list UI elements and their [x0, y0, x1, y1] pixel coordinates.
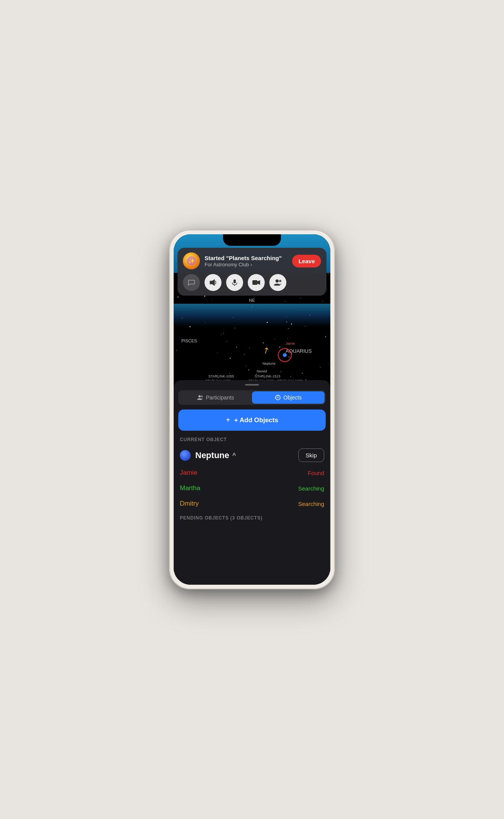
people-icon	[274, 279, 282, 286]
add-objects-label: + Add Objects	[234, 416, 278, 424]
video-button[interactable]	[248, 274, 265, 291]
jamie-sky-marker: Jamie	[286, 342, 295, 345]
pisces-label: PISCES	[181, 338, 197, 343]
avatar-icon: ✨	[186, 256, 197, 266]
bottom-panel: Participants Objects ‹	[174, 380, 330, 585]
call-title-block: Started "Planets Searching" For Astronom…	[205, 254, 288, 268]
horizon-line	[174, 304, 330, 327]
chat-icon	[188, 279, 195, 286]
drag-handle[interactable]	[245, 384, 259, 386]
starlink1055-label: STARLINK-1055	[208, 374, 234, 378]
participant-status-jamie: Found	[308, 470, 324, 476]
people-button[interactable]	[269, 274, 286, 291]
call-avatar: ✨	[183, 252, 200, 269]
neptune-dot	[283, 353, 287, 357]
add-objects-button[interactable]: + + Add Objects	[178, 410, 326, 431]
participant-name-martha: Martha	[180, 484, 200, 492]
chat-button[interactable]	[183, 274, 200, 291]
tabs-container: Participants Objects ‹	[174, 390, 330, 405]
speaker-button[interactable]	[205, 274, 222, 291]
svg-point-8	[279, 280, 281, 282]
participant-name-jamie: Jamie	[180, 469, 197, 477]
svg-rect-3	[233, 279, 236, 283]
svg-text:✨: ✨	[188, 258, 195, 264]
ne-direction-label: NE	[249, 298, 255, 303]
starlink1513-label: STARLINK-1513	[255, 374, 280, 378]
phone-frame: NE PISCES AQUARIUS Neptune Nereid STARLI…	[169, 230, 335, 589]
tab-objects[interactable]: Objects	[252, 391, 325, 404]
svg-marker-2	[210, 279, 215, 286]
call-subtitle: For Astronomy Club ›	[205, 262, 288, 267]
svg-marker-6	[257, 280, 260, 285]
svg-point-9	[198, 395, 201, 398]
participants-tab-icon	[197, 394, 203, 401]
call-banner-header: ✨ Started "Planets Searching" For Astron…	[183, 252, 321, 269]
pending-objects-header: PENDING OBJECTS (3 OBJECTS)	[174, 511, 330, 523]
call-title: Started "Planets Searching"	[205, 254, 288, 262]
svg-point-14	[277, 397, 279, 398]
participant-status-dmitry: Searching	[298, 501, 324, 507]
speaker-icon	[209, 279, 217, 286]
video-icon	[252, 279, 260, 286]
participant-row-jamie: Jamie Found	[174, 465, 330, 481]
participant-name-dmitry: Dmitry	[180, 500, 199, 508]
current-object-row: Neptune ^ Skip	[174, 445, 330, 465]
participant-status-martha: Searching	[298, 485, 324, 492]
participant-row-dmitry: Dmitry Searching	[174, 496, 330, 511]
phone-screen: NE PISCES AQUARIUS Neptune Nereid STARLI…	[174, 234, 330, 585]
call-banner: ✨ Started "Planets Searching" For Astron…	[178, 248, 326, 296]
current-object-name: Neptune ^	[195, 450, 294, 460]
notch	[223, 234, 281, 246]
svg-point-7	[276, 279, 279, 283]
neptune-sky-label: Neptune	[262, 362, 276, 366]
tabs-row: Participants Objects	[178, 390, 326, 405]
leave-button[interactable]: Leave	[292, 255, 321, 267]
neptune-icon	[180, 450, 191, 461]
chevron-up-icon: ^	[232, 452, 236, 459]
objects-tab-icon	[275, 394, 281, 401]
nereid-label: Nereid	[257, 369, 267, 373]
skip-button[interactable]: Skip	[298, 448, 324, 462]
avatar-image: ✨	[183, 252, 200, 269]
mic-button[interactable]	[226, 274, 243, 291]
call-controls	[183, 274, 321, 291]
current-object-header: CURRENT OBJECT	[174, 431, 330, 445]
svg-rect-5	[252, 280, 257, 285]
participant-row-martha: Martha Searching	[174, 481, 330, 496]
svg-point-10	[201, 396, 203, 398]
mic-icon	[231, 279, 238, 286]
tab-participants[interactable]: Participants	[179, 391, 252, 404]
add-icon: +	[226, 416, 230, 425]
